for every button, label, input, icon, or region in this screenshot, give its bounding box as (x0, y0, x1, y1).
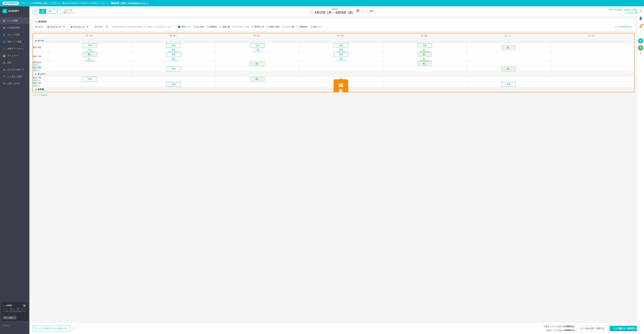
shift-goro-23[interactable] (550, 66, 634, 72)
print-link[interactable]: カレンダー印刷プレビュー (62, 8, 76, 14)
shift-ichiro-19[interactable] (216, 52, 299, 61)
avatar-green[interactable]: 青 (638, 45, 643, 50)
shift-saburo-19[interactable] (216, 82, 299, 87)
sidebar-item-download[interactable]: ↓ 各種ダウンロード (0, 45, 29, 52)
checkbox-sales[interactable]: 売上予算 (193, 25, 204, 28)
checkbox-hours[interactable]: 労働時間 (206, 25, 217, 28)
calendar-icon[interactable]: 📅 (356, 9, 360, 13)
sidebar-item-timecard[interactable]: 🔒 タイムカード ↗ (0, 52, 29, 59)
shift-hanako-19[interactable]: 通し (216, 61, 299, 66)
shift-hanako-20[interactable] (299, 61, 383, 66)
date-range: 2024年 6月17日（月）- 6月23日（日） (315, 8, 355, 14)
shift-ichiro-18[interactable]: 遅番 遅番 (132, 52, 216, 61)
shift-jiro-23[interactable] (550, 76, 634, 82)
shift-ichiro-17[interactable]: 通し 通し (48, 52, 132, 61)
sidebar-item-shift[interactable]: ☰ シフト管理 (0, 17, 29, 24)
today-button[interactable]: 今日 (367, 9, 376, 14)
sidebar-item-settings[interactable]: ⚙ 設定 (0, 59, 29, 66)
shift-taro-21[interactable]: 遅番 通し (383, 43, 467, 52)
shift-ichiro-23[interactable] (550, 52, 634, 61)
shift-goro-17[interactable] (48, 66, 132, 72)
help-icon[interactable]: ? (72, 327, 76, 330)
sidebar-footer[interactable]: 利用規約 ↗ (0, 322, 29, 329)
shift-goro-21[interactable] (383, 66, 467, 72)
sidebar-item-contact[interactable]: ✉ お問い合わせ ↗ (0, 80, 29, 87)
assist-button[interactable]: ⟳ シフト作成アシストを実行する (32, 326, 70, 331)
shift-hanako-23[interactable] (550, 61, 634, 66)
checkbox-cost[interactable]: 概算人件費 (266, 25, 279, 28)
shift-saburo-18[interactable]: 遅番 (132, 82, 216, 87)
sidebar-item-staff[interactable]: 👤 スタッフ管理 (0, 31, 29, 38)
items-note: ※各表示項目における合計値は下書きシフトと確定シフトの合計となります。 (112, 26, 173, 28)
shift-goro-22[interactable]: 通し (467, 66, 550, 72)
share-button[interactable]: シフト表を共有・印刷する (577, 326, 607, 331)
settings-icon: ⚙ (2, 61, 6, 64)
shift-goro-19[interactable] (216, 66, 299, 72)
sidebar-item-guide[interactable]: ◎ はじめての使い方 (0, 66, 29, 73)
user-icon[interactable]: 👤 (638, 15, 644, 21)
next-arrow[interactable]: › (361, 9, 365, 13)
shift-hanako-22[interactable] (467, 61, 550, 66)
chevron-icon: ▲ (35, 21, 37, 23)
shift-ichiro-20[interactable]: 遅番 遅番 (299, 52, 383, 61)
shift-hanako-18[interactable] (132, 61, 216, 66)
shift-taro-23[interactable] (550, 43, 634, 52)
edit-tooltip[interactable]: 編集 (334, 79, 348, 92)
shift-ichiro-22[interactable] (467, 52, 550, 61)
tab-month[interactable]: 月 (54, 9, 60, 13)
tab-week[interactable]: 週 (40, 9, 46, 13)
checkbox-spot[interactable]: 単発バイト (310, 25, 322, 28)
checkbox-count[interactable]: シフト人数 (282, 25, 294, 28)
tab-day[interactable]: 日 (33, 9, 40, 13)
section-kitchen-label: キッチン (38, 73, 46, 75)
shift-taro-22[interactable]: 通し (467, 43, 550, 52)
items-help-icon[interactable]: ❓ (106, 26, 108, 28)
shift-saburo-22[interactable]: 早番 (467, 82, 550, 87)
legend-link[interactable]: シフトの凡例を見る (615, 25, 632, 28)
checkbox-task[interactable]: 業務内容 (297, 25, 308, 28)
logo-text: AirSHIFT (8, 10, 19, 12)
sidebar-item-faq[interactable]: ? よくあるご質問 ↗ (0, 73, 29, 80)
avatar-blue[interactable]: 青 (638, 38, 643, 43)
checkbox-required[interactable]: 必要人数 (220, 25, 230, 28)
confirmed-summary: 確定シフトの合計 00時間00分 (543, 329, 574, 332)
tab-2week[interactable]: 2週 (46, 9, 54, 13)
add-staff-link[interactable]: スタッフを追加 (32, 92, 47, 98)
sidebar-collapse-btn[interactable]: « (0, 329, 29, 334)
shift-jiro-22[interactable] (467, 76, 550, 82)
shift-taro-19[interactable]: 早番 早番 (216, 43, 299, 52)
shift-jiro-17[interactable]: 早番 (48, 76, 132, 82)
cta-link[interactable]: 継続利用（有料）のお申込みはこちら ↗ (111, 2, 148, 4)
shift-saburo-23[interactable] (550, 82, 634, 87)
faq-link[interactable]: よくあるご質問↗ (609, 11, 641, 14)
shift-taro-17[interactable]: 早番 早番 (48, 43, 132, 52)
shift-jiro-19[interactable]: 通し (216, 76, 299, 82)
sidebar-item-punch[interactable]: ⊞ 打刻実績管理 (0, 24, 29, 31)
confirm-button[interactable]: この下書きを一括確定する (610, 326, 641, 331)
shift-saburo-21[interactable] (383, 82, 467, 87)
shift-hanako-17[interactable] (48, 61, 132, 66)
staff-select[interactable]: 全てのスタッフ (69, 25, 90, 29)
svg-text:💳: 💳 (23, 305, 26, 307)
shift-jiro-21[interactable] (383, 76, 467, 82)
notification-icon[interactable]: 🔔 (638, 23, 644, 29)
shift-taro-18[interactable]: 遅番 遅番 (132, 43, 216, 52)
shift-taro-20[interactable]: 遅番 遅番 (299, 43, 383, 52)
group-select[interactable]: 全てのグループ (46, 25, 66, 29)
shift-goro-20[interactable] (299, 66, 383, 72)
sidebar-item-recruit[interactable]: 👤 単発バイト募集 (0, 38, 29, 45)
shift-saburo-17[interactable] (48, 82, 132, 87)
shift-hanako-21[interactable]: 通し (383, 61, 467, 66)
shift-goro-18[interactable]: 早番 (132, 66, 216, 72)
checkbox-kibou[interactable]: 希望シフト (178, 25, 190, 28)
display-settings-header[interactable]: ▲ 表示設定 (35, 20, 632, 23)
checkbox-rate[interactable]: 希望叶え率 (252, 25, 264, 28)
more-icon[interactable]: ⋯ (638, 31, 644, 36)
info-icon[interactable]: ℹ (638, 8, 644, 14)
airpay-btn[interactable]: 詳しく見る ↗ (3, 316, 16, 320)
indeed-link[interactable]: 0円で求人募集。indeedにも掲載。↗ (609, 8, 641, 11)
prev-arrow[interactable]: ‹ (309, 9, 314, 13)
shift-ichiro-21[interactable]: 通し 通し (383, 52, 467, 61)
checkbox-icon[interactable]: アイコン・メモ (232, 25, 249, 28)
shift-jiro-18[interactable] (132, 76, 216, 82)
